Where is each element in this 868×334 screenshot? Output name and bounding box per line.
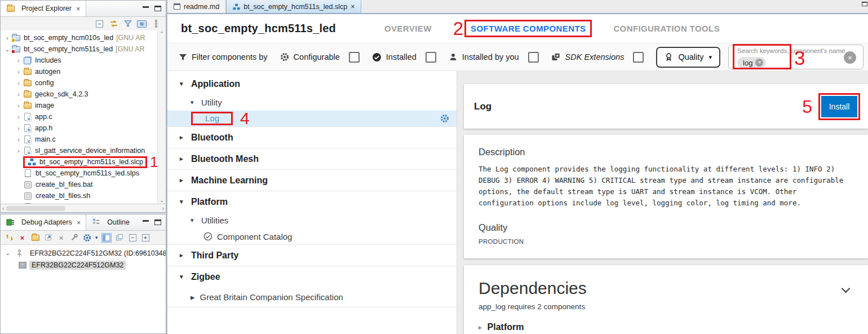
- project-explorer-header: Project Explorer ×: [1, 1, 166, 17]
- tree-item-project-hcm010s[interactable]: › bt_soc_empty_hcm010s_led [GNU AR: [1, 32, 166, 43]
- tree-item-image[interactable]: › image: [1, 100, 166, 111]
- scroll-down-icon[interactable]: ⌄: [160, 197, 164, 203]
- folder-icon: [23, 68, 32, 76]
- chevron-right-icon[interactable]: ›: [15, 91, 23, 98]
- link-with-editor-button[interactable]: [109, 19, 118, 29]
- dependency-platform[interactable]: ▸ Platform: [479, 322, 851, 332]
- close-icon[interactable]: ×: [76, 5, 81, 13]
- launch-console-button[interactable]: [43, 233, 53, 243]
- scroll-left-icon[interactable]: ‹: [2, 205, 4, 212]
- tree-item-slcp[interactable]: bt_soc_empty_hcm511s_led.slcp 1: [1, 156, 166, 168]
- scroll-up-icon[interactable]: ⌃: [160, 31, 164, 37]
- configurable-checkbox[interactable]: [349, 52, 360, 63]
- layered-view-button[interactable]: [115, 233, 125, 243]
- tab-readme[interactable]: readme.md: [167, 0, 226, 13]
- package-explorer-button[interactable]: SI: [137, 19, 147, 29]
- minimize-icon[interactable]: [143, 6, 149, 8]
- tab-label: bt_soc_empty_hcm511s_led.slcp: [243, 3, 347, 11]
- filter-installed-by-you: Installed by you: [449, 52, 539, 63]
- close-icon[interactable]: ×: [351, 3, 355, 11]
- tree-sub-utility[interactable]: ▾ Utility: [167, 94, 457, 111]
- adapter-row[interactable]: ⌄ EFR32BG22C224F512GM32 (ID:69610348): [1, 247, 166, 259]
- vertical-scrollbar[interactable]: ⌃ ⌄: [157, 30, 166, 204]
- tree-group-machine-learning[interactable]: ▸ Machine Learning: [167, 170, 457, 191]
- maximize-icon[interactable]: [154, 219, 161, 225]
- tab-debug-adapters[interactable]: Debug Adapters ×: [1, 214, 86, 230]
- tree-item-includes[interactable]: › Includes: [1, 55, 166, 66]
- quality-dropdown[interactable]: Quality ▾: [656, 47, 720, 68]
- annotation-number-5: 5: [802, 98, 812, 116]
- tree-item-config[interactable]: › config: [1, 77, 166, 89]
- delete-button[interactable]: ×: [56, 233, 66, 243]
- horizontal-scrollbar[interactable]: ‹ ›: [1, 204, 166, 212]
- scroll-right-icon[interactable]: ›: [162, 205, 164, 212]
- tree-item-app-h[interactable]: › h app.h: [1, 122, 166, 134]
- collapse-all-button[interactable]: −: [128, 233, 138, 243]
- tree-group-bluetooth-mesh[interactable]: ▸ Bluetooth Mesh: [167, 148, 457, 169]
- restore-icon[interactable]: [862, 2, 867, 6]
- configure-gear-icon[interactable]: [440, 114, 449, 123]
- chevron-right-icon[interactable]: ›: [15, 103, 23, 109]
- chevron-right-icon[interactable]: ›: [15, 148, 23, 154]
- tree-group-platform[interactable]: ▾ Platform: [167, 191, 457, 212]
- tab-software-components[interactable]: SOFTWARE COMPONENTS: [471, 24, 586, 33]
- search-field[interactable]: Search keywords, component's name log × …: [728, 45, 863, 69]
- view-menu-button[interactable]: [151, 19, 161, 29]
- tab-outline[interactable]: Outline: [86, 214, 135, 230]
- quality-label: Quality: [678, 52, 703, 61]
- chevron-right-icon[interactable]: ›: [3, 35, 11, 41]
- tab-configuration-tools[interactable]: CONFIGURATION TOOLS: [612, 19, 721, 38]
- tree-sub-utilities[interactable]: ▾ Utilities: [167, 212, 457, 228]
- chevron-right-icon[interactable]: ›: [15, 114, 23, 120]
- tree-item-project-hcm511s[interactable]: ⌄ bt_soc_empty_hcm511s_led [GNU AR: [1, 43, 166, 55]
- tree-item-component-catalog[interactable]: Component Catalog: [167, 228, 457, 244]
- chevron-right-icon[interactable]: ›: [15, 58, 23, 64]
- tree-item-main-c[interactable]: › c main.c: [1, 134, 166, 145]
- chevron-right-icon[interactable]: ›: [15, 125, 23, 131]
- tab-slcp[interactable]: bt_soc_empty_hcm511s_led.slcp ×: [226, 0, 361, 13]
- installed-checkbox[interactable]: [426, 52, 436, 63]
- tree-item-sl-gatt-service[interactable]: › c sl_gatt_service_device_information: [1, 145, 166, 156]
- tree-item-create-bl-bat[interactable]: create_bl_files.bat: [1, 179, 166, 190]
- tree-item-autogen[interactable]: › autogen: [1, 66, 166, 77]
- refresh-button[interactable]: [5, 233, 14, 243]
- detail-view-button[interactable]: [101, 233, 112, 243]
- tree-group-zigbee[interactable]: ▾ Zigbee: [167, 266, 457, 287]
- tree-item-readme[interactable]: readme.md: [1, 201, 166, 204]
- close-icon[interactable]: ×: [77, 218, 81, 227]
- tree-item-gecko-sdk[interactable]: › gecko_sdk_4.2.3: [1, 89, 166, 100]
- new-group-button[interactable]: [30, 233, 40, 243]
- filter-button[interactable]: [123, 19, 132, 29]
- chevron-down-icon[interactable]: ⌄: [3, 46, 11, 52]
- wrench-button[interactable]: [69, 233, 79, 243]
- minimize-icon[interactable]: [143, 220, 149, 222]
- search-clear-icon[interactable]: ×: [844, 51, 856, 64]
- dropdown-caret-icon[interactable]: ▾: [95, 235, 98, 240]
- settings-menu-button[interactable]: [82, 233, 92, 243]
- tree-item-create-bl-sh[interactable]: create_bl_files.sh: [1, 190, 166, 201]
- disconnect-button[interactable]: ×: [17, 233, 27, 243]
- tab-project-explorer[interactable]: Project Explorer ×: [1, 1, 86, 16]
- maximize-icon[interactable]: [154, 6, 161, 11]
- expand-all-button[interactable]: +: [141, 233, 150, 243]
- chevron-right-icon[interactable]: ›: [15, 69, 23, 75]
- tree-group-application[interactable]: ▾ Application: [167, 73, 457, 94]
- chevron-right-icon[interactable]: ›: [15, 80, 23, 86]
- device-row[interactable]: + EFR32BG22C224F512GM32: [1, 259, 166, 271]
- tree-item-log[interactable]: Log 4: [167, 111, 457, 126]
- tree-item-slps[interactable]: bt_soc_empty_hcm511s_led.slps: [1, 168, 166, 179]
- tab-overview[interactable]: OVERVIEW: [383, 19, 433, 38]
- tree-item-app-c[interactable]: › c app.c: [1, 111, 166, 122]
- group-label: Third Party: [191, 250, 238, 261]
- installed-by-you-checkbox[interactable]: [528, 52, 539, 63]
- install-button[interactable]: Install: [821, 96, 857, 117]
- scrollbar-thumb[interactable]: [6, 206, 65, 211]
- filter-installed: Installed: [372, 52, 436, 63]
- tree-sub-gb-companion[interactable]: ▸ Great Britain Companion Specification: [167, 287, 457, 307]
- tree-group-third-party[interactable]: ▸ Third Party: [167, 245, 457, 266]
- collapse-all-button[interactable]: −: [95, 19, 104, 29]
- chevron-right-icon[interactable]: ›: [15, 137, 23, 143]
- chevron-down-icon[interactable]: ⌄: [4, 250, 12, 256]
- tree-group-bluetooth[interactable]: ▸ Bluetooth: [167, 127, 457, 148]
- sdk-extensions-checkbox[interactable]: [633, 52, 644, 63]
